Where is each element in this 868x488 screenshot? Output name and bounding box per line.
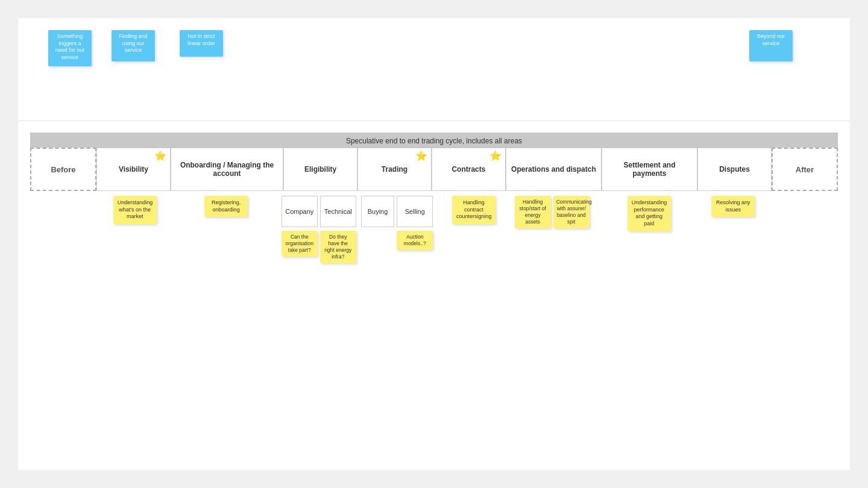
phase-operations[interactable]: Operations and dispatch bbox=[506, 148, 602, 191]
phase-contracts[interactable]: ⭐ Contracts bbox=[432, 148, 506, 191]
sticky-finding[interactable]: Finding and using our service bbox=[112, 30, 155, 61]
sub-settlement: Understanding performance and getting pa… bbox=[603, 196, 694, 263]
subphases-row: Understanding what's on the market Regis… bbox=[30, 196, 838, 263]
subphase-company[interactable]: Company bbox=[281, 196, 318, 227]
subphase-selling[interactable]: Selling bbox=[397, 196, 433, 227]
sticky-energy-infra[interactable]: Do they have the right energy infra? bbox=[320, 231, 356, 263]
phase-disputes[interactable]: Disputes bbox=[697, 148, 772, 191]
phase-settlement[interactable]: Settlement and payments bbox=[602, 148, 697, 191]
sub-contracts: Handling contract countersigning bbox=[435, 196, 512, 263]
sub-trading: Buying Selling Auction models..? bbox=[359, 196, 435, 263]
phases-row: Before ⭐ Visibility Onboarding / Managin… bbox=[30, 148, 838, 191]
sub-eligibility-company: Company Can the organisation take part? bbox=[281, 196, 318, 263]
subphase-buying[interactable]: Buying bbox=[361, 196, 394, 227]
sticky-performance[interactable]: Understanding performance and getting pa… bbox=[627, 196, 671, 231]
sub-disputes: Resolving any issues bbox=[695, 196, 772, 263]
subphase-technical[interactable]: Technical bbox=[320, 196, 356, 227]
phase-trading[interactable]: ⭐ Trading bbox=[357, 148, 432, 191]
sticky-communicating[interactable]: Communicating with assurer/ baselino and… bbox=[553, 196, 590, 228]
sticky-resolving[interactable]: Resolving any issues bbox=[711, 196, 755, 217]
sticky-auction[interactable]: Auction models..? bbox=[397, 231, 433, 250]
sticky-contract-signing[interactable]: Handling contract countersigning bbox=[452, 196, 495, 224]
sticky-organisation[interactable]: Can the organisation take part? bbox=[281, 231, 318, 257]
journey-banner: Speculative end to end trading cycle, in… bbox=[30, 133, 838, 149]
sticky-registering[interactable]: Registering, onboarding bbox=[204, 196, 248, 217]
sub-eligibility-technical: Technical Do they have the right energy … bbox=[320, 196, 356, 263]
phase-eligibility[interactable]: Eligibility bbox=[283, 148, 357, 191]
sub-operations: Handling stop/start of energy assets Com… bbox=[512, 196, 603, 263]
phase-onboarding[interactable]: Onboarding / Managing the account bbox=[171, 148, 283, 191]
sticky-stop-start[interactable]: Handling stop/start of energy assets bbox=[515, 196, 551, 228]
phase-visibility[interactable]: ⭐ Visibility bbox=[96, 148, 171, 191]
sticky-market[interactable]: Understanding what's on the market bbox=[113, 196, 157, 224]
phase-after[interactable]: After bbox=[772, 148, 838, 191]
sub-trading-buying: Buying bbox=[361, 196, 394, 263]
sticky-not-linear[interactable]: Not in strict linear order bbox=[180, 30, 223, 57]
sub-onboarding: Registering, onboarding bbox=[173, 196, 278, 263]
sub-visibility: Understanding what's on the market bbox=[96, 196, 173, 263]
sticky-beyond[interactable]: Beyond our service bbox=[749, 30, 793, 61]
sticky-triggers[interactable]: Something triggers a need for our servic… bbox=[48, 30, 92, 66]
phase-before[interactable]: Before bbox=[30, 148, 96, 191]
sub-eligibility: Company Can the organisation take part? … bbox=[279, 196, 359, 263]
sub-trading-selling: Selling Auction models..? bbox=[397, 196, 433, 263]
